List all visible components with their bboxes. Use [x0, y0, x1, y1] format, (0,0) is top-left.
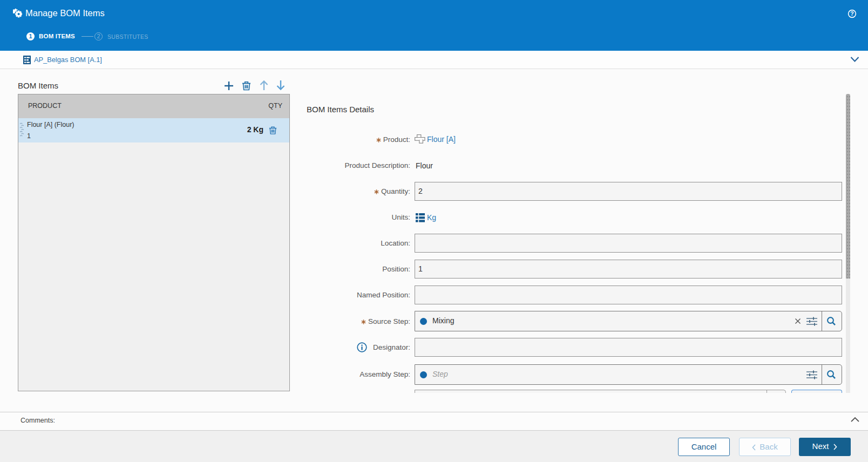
svg-text:?: ? [850, 10, 853, 17]
